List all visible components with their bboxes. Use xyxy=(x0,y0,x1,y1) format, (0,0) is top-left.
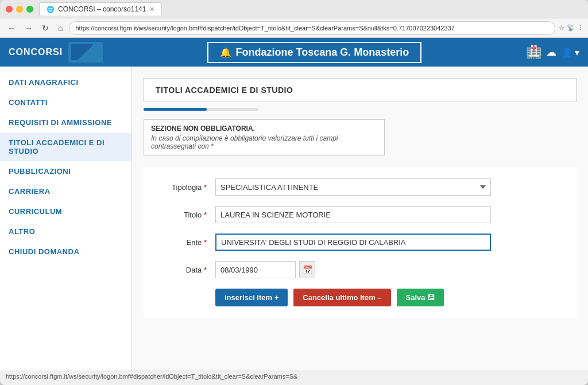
data-input[interactable] xyxy=(215,261,296,278)
sidebar: DATI ANAGRAFICI CONTATTI REQUISITI DI AM… xyxy=(0,67,132,371)
header-center: 🔔 Fondazione Toscana G. Monasterio xyxy=(111,42,517,63)
sidebar-item-altro[interactable]: ALTRO xyxy=(0,221,131,242)
header-brand: CONCORSI xyxy=(9,47,63,57)
form-area: Tipologia * SPECIALISTICA ATTINENTE SPEC… xyxy=(144,167,577,318)
back-button[interactable]: ← xyxy=(5,22,18,34)
notice-box: SEZIONE NON OBBLIGATORIA. In caso di com… xyxy=(144,119,385,155)
progress-bar xyxy=(144,108,258,111)
salva-button[interactable]: Salva 🖫 xyxy=(397,289,444,306)
browser-window: 🌐 CONCORSI – concorso1141 ✕ ← → ↻ ⌂ ☆ 📡 … xyxy=(0,0,588,385)
sidebar-item-requisiti[interactable]: REQUISITI DI AMMISSIONE xyxy=(0,112,131,133)
data-required-star: * xyxy=(204,266,207,274)
tipologia-row: Tipologia * SPECIALISTICA ATTINENTE SPEC… xyxy=(155,178,565,196)
progress-fill xyxy=(144,108,207,111)
bookmark-icon[interactable]: ☆ xyxy=(559,24,564,32)
sidebar-item-carriera[interactable]: CARRIERA xyxy=(0,181,131,201)
close-dot[interactable] xyxy=(6,6,13,13)
tab-favicon: 🌐 xyxy=(47,6,55,13)
refresh-button[interactable]: ↻ xyxy=(39,22,52,34)
app-header: CONCORSI 🔔 Fondazione Toscana G. Monaste… xyxy=(0,38,588,67)
fondazione-title: 🔔 Fondazione Toscana G. Monasterio xyxy=(207,42,422,63)
tipologia-select[interactable]: SPECIALISTICA ATTINENTE SPECIALISTICA NO… xyxy=(215,178,491,196)
cast-icon[interactable]: 📡 xyxy=(567,24,575,32)
cloud-icon: ☁ xyxy=(546,46,556,59)
browser-toolbar: ← → ↻ ⌂ ☆ 📡 ⋮ xyxy=(0,18,588,38)
fondazione-title-text: Fondazione Toscana G. Monasterio xyxy=(236,46,409,59)
fondazione-icon: 🔔 xyxy=(220,47,231,58)
data-row: Data * 📅 xyxy=(155,261,565,278)
app-container: CONCORSI 🔔 Fondazione Toscana G. Monaste… xyxy=(0,38,588,371)
header-logo-area: CONCORSI xyxy=(9,42,103,63)
toolbar-right: ☆ 📡 ⋮ xyxy=(559,24,583,32)
forward-button[interactable]: → xyxy=(22,22,36,34)
header-right: 🏥 ☁ 👤 ▾ xyxy=(526,45,579,60)
action-row: Inserisci Item + Cancella ultimo Item – … xyxy=(155,289,565,306)
titolo-input[interactable] xyxy=(215,206,491,223)
status-bar: https://concorsi.ftgm.it/ws/security/log… xyxy=(0,371,588,382)
tipologia-label: Tipologia * xyxy=(155,183,207,192)
window-controls xyxy=(6,6,33,13)
progress-bar-area xyxy=(144,108,577,111)
ente-required-star: * xyxy=(204,238,207,247)
tab-title: CONCORSI – concorso1141 xyxy=(58,5,146,13)
titolo-label: Titolo * xyxy=(155,211,207,219)
sidebar-item-titoli[interactable]: TITOLI ACCADEMICI E DI STUDIO xyxy=(0,133,131,161)
calendar-button[interactable]: 📅 xyxy=(299,261,315,278)
ente-row: Ente * xyxy=(155,234,565,251)
status-url: https://concorsi.ftgm.it/ws/security/log… xyxy=(6,373,297,380)
sidebar-item-dati-anagrafici[interactable]: DATI ANAGRAFICI xyxy=(0,72,131,92)
main-layout: DATI ANAGRAFICI CONTATTI REQUISITI DI AM… xyxy=(0,67,588,371)
inserisci-button[interactable]: Inserisci Item + xyxy=(215,289,288,306)
sidebar-item-curriculum[interactable]: CURRICULUM xyxy=(0,201,131,221)
browser-tab[interactable]: 🌐 CONCORSI – concorso1141 ✕ xyxy=(39,2,162,15)
ftgm-logo-icon: 🏥 xyxy=(526,45,541,60)
data-label: Data * xyxy=(155,266,207,274)
address-bar[interactable] xyxy=(69,21,555,35)
tipologia-required-star: * xyxy=(204,183,207,192)
sidebar-item-contatti[interactable]: CONTATTI xyxy=(0,92,131,112)
notice-text: In caso di compilazione è obbligatorio v… xyxy=(151,134,377,150)
tab-close-button[interactable]: ✕ xyxy=(149,6,154,13)
cancella-button[interactable]: Cancella ultimo Item – xyxy=(293,289,390,306)
ente-label: Ente * xyxy=(155,238,207,247)
ente-input[interactable] xyxy=(215,234,491,251)
user-menu-button[interactable]: 👤 ▾ xyxy=(561,47,579,58)
sidebar-item-pubblicazioni[interactable]: PUBBLICAZIONI xyxy=(0,161,131,181)
home-button[interactable]: ⌂ xyxy=(55,22,65,34)
browser-titlebar: 🌐 CONCORSI – concorso1141 ✕ xyxy=(0,0,588,18)
content-area: TITOLI ACCADEMICI E DI STUDIO SEZIONE NO… xyxy=(132,67,588,371)
minimize-dot[interactable] xyxy=(16,6,23,13)
header-logo xyxy=(68,42,103,63)
page-title: TITOLI ACCADEMICI E DI STUDIO xyxy=(144,78,577,102)
titolo-row: Titolo * xyxy=(155,206,565,223)
sidebar-item-chiudi[interactable]: CHIUDI DOMANDA xyxy=(0,242,131,262)
maximize-dot[interactable] xyxy=(26,6,33,13)
menu-icon[interactable]: ⋮ xyxy=(577,24,583,32)
titolo-required-star: * xyxy=(204,211,207,219)
notice-title: SEZIONE NON OBBLIGATORIA. xyxy=(151,125,377,133)
date-row: 📅 xyxy=(215,261,315,278)
